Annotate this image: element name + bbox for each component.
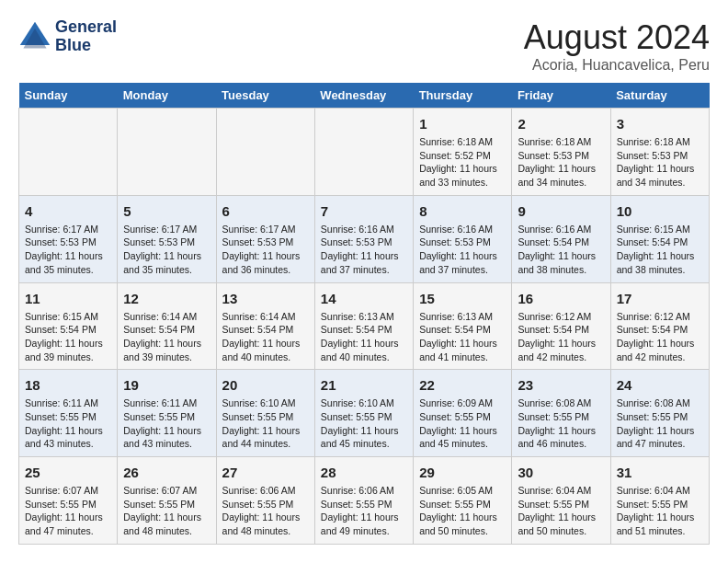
sub-title: Acoria, Huancavelica, Peru: [524, 57, 710, 74]
calendar-week-row: 1Sunrise: 6:18 AM Sunset: 5:52 PM Daylig…: [19, 109, 710, 196]
day-number: 22: [419, 375, 506, 395]
day-number: 27: [222, 463, 309, 482]
cell-content: Sunrise: 6:04 AM Sunset: 5:55 PM Dayligh…: [518, 484, 604, 538]
cell-content: Sunrise: 6:08 AM Sunset: 5:55 PM Dayligh…: [617, 396, 703, 451]
weekday-label: Saturday: [610, 83, 709, 109]
cell-content: Sunrise: 6:06 AM Sunset: 5:55 PM Dayligh…: [222, 484, 309, 538]
cell-content: Sunrise: 6:06 AM Sunset: 5:55 PM Dayligh…: [321, 484, 407, 538]
calendar-cell: 14Sunrise: 6:13 AM Sunset: 5:54 PM Dayli…: [314, 282, 413, 370]
day-number: 31: [617, 463, 703, 482]
day-number: 10: [617, 201, 703, 221]
cell-content: Sunrise: 6:14 AM Sunset: 5:54 PM Dayligh…: [123, 310, 210, 364]
cell-content: Sunrise: 6:07 AM Sunset: 5:55 PM Dayligh…: [25, 484, 111, 538]
calendar-cell: 20Sunrise: 6:10 AM Sunset: 5:55 PM Dayli…: [216, 370, 314, 457]
day-number: 13: [222, 289, 309, 308]
cell-content: Sunrise: 6:15 AM Sunset: 5:54 PM Dayligh…: [617, 223, 703, 277]
weekday-label: Wednesday: [314, 83, 413, 109]
calendar-header: SundayMondayTuesdayWednesdayThursdayFrid…: [19, 83, 710, 109]
day-number: 30: [518, 463, 604, 482]
calendar-cell: 10Sunrise: 6:15 AM Sunset: 5:54 PM Dayli…: [610, 195, 709, 282]
calendar-cell: [216, 109, 314, 196]
calendar-cell: 3Sunrise: 6:18 AM Sunset: 5:53 PM Daylig…: [610, 109, 709, 196]
calendar-week-row: 4Sunrise: 6:17 AM Sunset: 5:53 PM Daylig…: [19, 195, 710, 282]
cell-content: Sunrise: 6:10 AM Sunset: 5:55 PM Dayligh…: [321, 396, 407, 451]
header: General Blue August 2024 Acoria, Huancav…: [18, 18, 710, 74]
calendar-cell: 9Sunrise: 6:16 AM Sunset: 5:54 PM Daylig…: [512, 195, 610, 282]
cell-content: Sunrise: 6:13 AM Sunset: 5:54 PM Dayligh…: [419, 310, 506, 364]
main-title: August 2024: [524, 18, 710, 57]
calendar-cell: 19Sunrise: 6:11 AM Sunset: 5:55 PM Dayli…: [118, 370, 216, 457]
calendar-cell: 24Sunrise: 6:08 AM Sunset: 5:55 PM Dayli…: [610, 370, 709, 457]
day-number: 18: [25, 375, 111, 395]
calendar-cell: 11Sunrise: 6:15 AM Sunset: 5:54 PM Dayli…: [19, 282, 118, 370]
cell-content: Sunrise: 6:12 AM Sunset: 5:54 PM Dayligh…: [518, 310, 604, 364]
day-number: 15: [419, 289, 506, 308]
calendar-cell: [314, 109, 413, 196]
weekday-header-row: SundayMondayTuesdayWednesdayThursdayFrid…: [19, 83, 710, 109]
day-number: 20: [222, 375, 309, 395]
day-number: 6: [222, 201, 309, 221]
cell-content: Sunrise: 6:11 AM Sunset: 5:55 PM Dayligh…: [25, 396, 111, 451]
weekday-label: Thursday: [414, 83, 512, 109]
day-number: 5: [123, 201, 210, 221]
calendar-cell: 15Sunrise: 6:13 AM Sunset: 5:54 PM Dayli…: [414, 282, 512, 370]
day-number: 2: [518, 114, 604, 133]
day-number: 9: [518, 201, 604, 221]
day-number: 23: [518, 375, 604, 395]
cell-content: Sunrise: 6:15 AM Sunset: 5:54 PM Dayligh…: [25, 310, 111, 364]
calendar-cell: 16Sunrise: 6:12 AM Sunset: 5:54 PM Dayli…: [512, 282, 610, 370]
calendar-cell: 13Sunrise: 6:14 AM Sunset: 5:54 PM Dayli…: [216, 282, 314, 370]
cell-content: Sunrise: 6:07 AM Sunset: 5:55 PM Dayligh…: [123, 484, 210, 538]
calendar-cell: 29Sunrise: 6:05 AM Sunset: 5:55 PM Dayli…: [414, 457, 512, 545]
calendar-cell: 26Sunrise: 6:07 AM Sunset: 5:55 PM Dayli…: [118, 457, 216, 545]
day-number: 8: [419, 201, 506, 221]
day-number: 24: [617, 375, 703, 395]
day-number: 12: [123, 289, 210, 308]
logo: General Blue: [18, 18, 117, 55]
calendar-cell: 17Sunrise: 6:12 AM Sunset: 5:54 PM Dayli…: [610, 282, 709, 370]
logo-line1: General: [55, 18, 117, 37]
cell-content: Sunrise: 6:16 AM Sunset: 5:53 PM Dayligh…: [321, 223, 407, 277]
calendar-cell: 8Sunrise: 6:16 AM Sunset: 5:53 PM Daylig…: [414, 195, 512, 282]
cell-content: Sunrise: 6:04 AM Sunset: 5:55 PM Dayligh…: [617, 484, 703, 538]
cell-content: Sunrise: 6:10 AM Sunset: 5:55 PM Dayligh…: [222, 396, 309, 451]
calendar-cell: 27Sunrise: 6:06 AM Sunset: 5:55 PM Dayli…: [216, 457, 314, 545]
weekday-label: Monday: [118, 83, 216, 109]
day-number: 3: [617, 114, 703, 133]
calendar-cell: 1Sunrise: 6:18 AM Sunset: 5:52 PM Daylig…: [414, 109, 512, 196]
day-number: 26: [123, 463, 210, 482]
weekday-label: Sunday: [19, 83, 118, 109]
calendar-week-row: 18Sunrise: 6:11 AM Sunset: 5:55 PM Dayli…: [19, 370, 710, 457]
calendar-cell: [19, 109, 118, 196]
day-number: 1: [419, 114, 506, 133]
cell-content: Sunrise: 6:14 AM Sunset: 5:54 PM Dayligh…: [222, 310, 309, 364]
logo-icon: [18, 20, 51, 53]
title-area: August 2024 Acoria, Huancavelica, Peru: [524, 18, 710, 74]
calendar-cell: [118, 109, 216, 196]
calendar-week-row: 25Sunrise: 6:07 AM Sunset: 5:55 PM Dayli…: [19, 457, 710, 545]
day-number: 14: [321, 289, 407, 308]
cell-content: Sunrise: 6:17 AM Sunset: 5:53 PM Dayligh…: [25, 223, 111, 277]
calendar-body: 1Sunrise: 6:18 AM Sunset: 5:52 PM Daylig…: [19, 109, 710, 545]
cell-content: Sunrise: 6:05 AM Sunset: 5:55 PM Dayligh…: [419, 484, 506, 538]
day-number: 11: [25, 289, 111, 308]
calendar-cell: 23Sunrise: 6:08 AM Sunset: 5:55 PM Dayli…: [512, 370, 610, 457]
calendar-cell: 4Sunrise: 6:17 AM Sunset: 5:53 PM Daylig…: [19, 195, 118, 282]
calendar-cell: 31Sunrise: 6:04 AM Sunset: 5:55 PM Dayli…: [610, 457, 709, 545]
day-number: 16: [518, 289, 604, 308]
calendar-cell: 28Sunrise: 6:06 AM Sunset: 5:55 PM Dayli…: [314, 457, 413, 545]
cell-content: Sunrise: 6:16 AM Sunset: 5:53 PM Dayligh…: [419, 223, 506, 277]
weekday-label: Tuesday: [216, 83, 314, 109]
day-number: 29: [419, 463, 506, 482]
cell-content: Sunrise: 6:08 AM Sunset: 5:55 PM Dayligh…: [518, 396, 604, 451]
logo-line2: Blue: [55, 37, 117, 55]
calendar-cell: 18Sunrise: 6:11 AM Sunset: 5:55 PM Dayli…: [19, 370, 118, 457]
day-number: 4: [25, 201, 111, 221]
calendar-cell: 12Sunrise: 6:14 AM Sunset: 5:54 PM Dayli…: [118, 282, 216, 370]
cell-content: Sunrise: 6:13 AM Sunset: 5:54 PM Dayligh…: [321, 310, 407, 364]
day-number: 25: [25, 463, 111, 482]
calendar-cell: 30Sunrise: 6:04 AM Sunset: 5:55 PM Dayli…: [512, 457, 610, 545]
cell-content: Sunrise: 6:18 AM Sunset: 5:52 PM Dayligh…: [419, 135, 506, 190]
calendar-cell: 22Sunrise: 6:09 AM Sunset: 5:55 PM Dayli…: [414, 370, 512, 457]
weekday-label: Friday: [512, 83, 610, 109]
